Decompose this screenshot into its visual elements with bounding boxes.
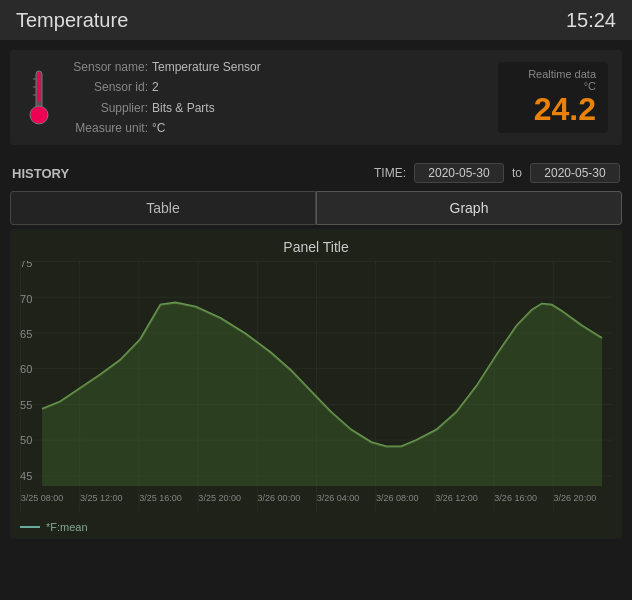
svg-text:3/26 20:00: 3/26 20:00 <box>554 492 597 502</box>
realtime-label: Realtime data <box>510 68 596 80</box>
tab-bar: Table Graph <box>10 191 622 225</box>
svg-text:70: 70 <box>20 292 32 304</box>
legend-line-icon <box>20 526 40 528</box>
chart-container: Panel Title 75 70 65 60 55 50 45 3/25 08… <box>10 229 622 539</box>
tab-graph[interactable]: Graph <box>316 191 622 225</box>
svg-text:3/26 16:00: 3/26 16:00 <box>494 492 537 502</box>
chart-svg-wrapper: 75 70 65 60 55 50 45 3/25 08:00 3/25 12:… <box>20 261 612 511</box>
svg-text:3/25 12:00: 3/25 12:00 <box>80 492 123 502</box>
chart-title: Panel Title <box>20 239 612 255</box>
svg-text:3/25 16:00: 3/25 16:00 <box>139 492 182 502</box>
svg-text:50: 50 <box>20 434 32 446</box>
sensor-measure-label: Measure unit: <box>68 118 148 138</box>
legend-label: *F:mean <box>46 521 88 533</box>
time-label: TIME: <box>374 166 406 180</box>
svg-rect-1 <box>38 72 41 102</box>
app-header: Temperature 15:24 <box>0 0 632 40</box>
current-time: 15:24 <box>566 9 616 32</box>
sensor-measure-value: °C <box>152 118 165 138</box>
to-date-input[interactable] <box>530 163 620 183</box>
svg-text:3/26 08:00: 3/26 08:00 <box>376 492 419 502</box>
svg-point-2 <box>30 106 48 124</box>
svg-text:3/26 04:00: 3/26 04:00 <box>317 492 360 502</box>
sensor-id-row: Sensor id: 2 <box>68 77 261 97</box>
svg-text:65: 65 <box>20 328 32 340</box>
tab-table[interactable]: Table <box>10 191 316 225</box>
history-label: HISTORY <box>12 166 69 181</box>
app-title: Temperature <box>16 9 128 32</box>
history-bar: HISTORY TIME: to <box>0 155 632 191</box>
sensor-name-row: Sensor name: Temperature Sensor <box>68 57 261 77</box>
svg-text:3/25 08:00: 3/25 08:00 <box>21 492 64 502</box>
time-to-label: to <box>512 166 522 180</box>
sensor-measure-row: Measure unit: °C <box>68 118 261 138</box>
sensor-left: Sensor name: Temperature Sensor Sensor i… <box>24 57 261 139</box>
sensor-supplier-value: Bits & Parts <box>152 98 215 118</box>
chart-legend: *F:mean <box>20 521 88 533</box>
sensor-details: Sensor name: Temperature Sensor Sensor i… <box>68 57 261 139</box>
svg-text:55: 55 <box>20 399 32 411</box>
sensor-id-label: Sensor id: <box>68 77 148 97</box>
svg-text:3/26 00:00: 3/26 00:00 <box>258 492 301 502</box>
svg-text:75: 75 <box>20 261 32 269</box>
svg-text:3/25 20:00: 3/25 20:00 <box>198 492 241 502</box>
from-date-input[interactable] <box>414 163 504 183</box>
svg-text:3/26 12:00: 3/26 12:00 <box>435 492 478 502</box>
sensor-id-value: 2 <box>152 77 159 97</box>
sensor-panel: Sensor name: Temperature Sensor Sensor i… <box>10 50 622 145</box>
thermometer-icon <box>24 68 54 128</box>
sensor-name-label: Sensor name: <box>68 57 148 77</box>
realtime-value: 24.2 <box>510 92 596 127</box>
svg-text:45: 45 <box>20 470 32 482</box>
svg-text:60: 60 <box>20 363 32 375</box>
sensor-supplier-label: Supplier: <box>68 98 148 118</box>
sensor-supplier-row: Supplier: Bits & Parts <box>68 98 261 118</box>
realtime-box: Realtime data °C 24.2 <box>498 62 608 133</box>
sensor-name-value: Temperature Sensor <box>152 57 261 77</box>
chart-svg: 75 70 65 60 55 50 45 3/25 08:00 3/25 12:… <box>20 261 612 511</box>
